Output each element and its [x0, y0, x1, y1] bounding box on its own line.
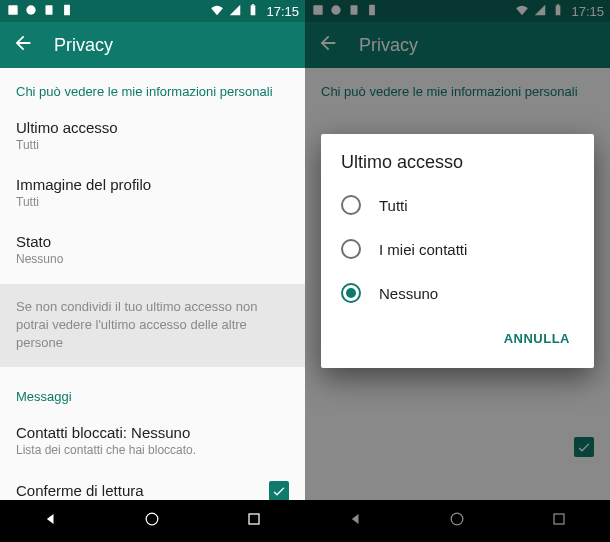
nav-bar	[0, 500, 305, 542]
checkbox-checked-icon[interactable]	[269, 481, 289, 500]
signal-icon	[228, 3, 242, 20]
app-bar: Privacy	[0, 22, 305, 68]
setting-read-receipts[interactable]: Conferme di lettura	[0, 469, 305, 500]
radio-label: Nessuno	[379, 285, 438, 302]
setting-title: Conferme di lettura	[16, 482, 144, 499]
app-bar: Privacy	[305, 22, 610, 68]
svg-rect-4	[251, 5, 256, 15]
svg-rect-5	[252, 4, 254, 5]
svg-rect-12	[556, 5, 561, 15]
radio-icon-selected	[341, 283, 361, 303]
cancel-button[interactable]: ANNULLA	[496, 323, 578, 354]
stat-icon	[6, 3, 20, 20]
status-bar: 17:15	[305, 0, 610, 22]
svg-point-1	[26, 5, 35, 14]
svg-point-6	[147, 513, 159, 525]
page-title: Privacy	[54, 35, 113, 56]
nav-bar	[305, 500, 610, 542]
back-button[interactable]	[12, 32, 34, 58]
status-time: 17:15	[266, 4, 299, 19]
setting-profile-photo[interactable]: Immagine del profilo Tutti	[0, 164, 305, 221]
nav-back-icon[interactable]	[346, 509, 366, 533]
stat-icon	[329, 3, 343, 20]
setting-sub: Tutti	[16, 138, 289, 152]
settings-body: Chi può vedere le mie informazioni perso…	[0, 68, 305, 500]
setting-status[interactable]: Stato Nessuno	[0, 221, 305, 278]
setting-blocked-contacts[interactable]: Contatti bloccati: Nessuno Lista dei con…	[0, 412, 305, 469]
dialog-title: Ultimo accesso	[321, 152, 594, 183]
battery-icon	[246, 3, 260, 20]
status-time: 17:15	[571, 4, 604, 19]
nav-recent-icon[interactable]	[244, 509, 264, 533]
battery-icon	[551, 3, 565, 20]
wifi-icon	[210, 3, 224, 20]
nav-recent-icon[interactable]	[549, 509, 569, 533]
stat-icon	[365, 3, 379, 20]
svg-rect-8	[313, 5, 322, 14]
radio-icon	[341, 239, 361, 259]
back-button[interactable]	[317, 32, 339, 58]
phone-left: 17:15 Privacy Chi può vedere le mie info…	[0, 0, 305, 542]
svg-rect-3	[64, 4, 70, 15]
stat-icon	[347, 3, 361, 20]
notice-box: Se non condividi il tuo ultimo accesso n…	[0, 284, 305, 367]
nav-home-icon[interactable]	[447, 509, 467, 533]
checkbox-checked-icon	[574, 437, 594, 457]
radio-option-nessuno[interactable]: Nessuno	[321, 271, 594, 315]
radio-label: I miei contatti	[379, 241, 467, 258]
svg-rect-2	[46, 5, 53, 14]
section-header: Chi può vedere le mie informazioni perso…	[305, 68, 610, 107]
setting-title: Contatti bloccati: Nessuno	[16, 424, 289, 441]
setting-title: Contatti bloccati: Nessuno	[321, 396, 594, 413]
phone-right: 17:15 Privacy Chi può vedere le mie info…	[305, 0, 610, 542]
svg-rect-15	[554, 514, 564, 524]
stat-icon	[311, 3, 325, 20]
setting-read-receipts: Conferme di lettura	[305, 425, 610, 469]
svg-rect-11	[369, 4, 375, 15]
section-header: Chi può vedere le mie informazioni perso…	[0, 68, 305, 107]
svg-rect-7	[249, 514, 259, 524]
svg-rect-0	[8, 5, 17, 14]
stat-icon	[42, 3, 56, 20]
section-header: Messaggi	[0, 373, 305, 412]
svg-point-14	[452, 513, 464, 525]
setting-sub: Tutti	[16, 195, 289, 209]
dialog-last-seen: Ultimo accesso Tutti I miei contatti Nes…	[321, 134, 594, 368]
setting-title: Immagine del profilo	[16, 176, 289, 193]
nav-home-icon[interactable]	[142, 509, 162, 533]
radio-option-tutti[interactable]: Tutti	[321, 183, 594, 227]
nav-back-icon[interactable]	[41, 509, 61, 533]
signal-icon	[533, 3, 547, 20]
stat-icon	[60, 3, 74, 20]
setting-title: Conferme di lettura	[321, 439, 449, 456]
page-title: Privacy	[359, 35, 418, 56]
radio-label: Tutti	[379, 197, 408, 214]
setting-title: Ultimo accesso	[16, 119, 289, 136]
stat-icon	[24, 3, 38, 20]
status-bar: 17:15	[0, 0, 305, 22]
svg-rect-10	[351, 5, 358, 14]
setting-sub: Nessuno	[16, 252, 289, 266]
radio-option-contatti[interactable]: I miei contatti	[321, 227, 594, 271]
setting-title: Stato	[16, 233, 289, 250]
svg-point-9	[331, 5, 340, 14]
setting-blocked-contacts: Contatti bloccati: Nessuno	[305, 384, 610, 425]
radio-icon	[341, 195, 361, 215]
wifi-icon	[515, 3, 529, 20]
svg-rect-13	[557, 4, 559, 5]
setting-sub: Lista dei contatti che hai bloccato.	[16, 443, 289, 457]
setting-last-seen[interactable]: Ultimo accesso Tutti	[0, 107, 305, 164]
